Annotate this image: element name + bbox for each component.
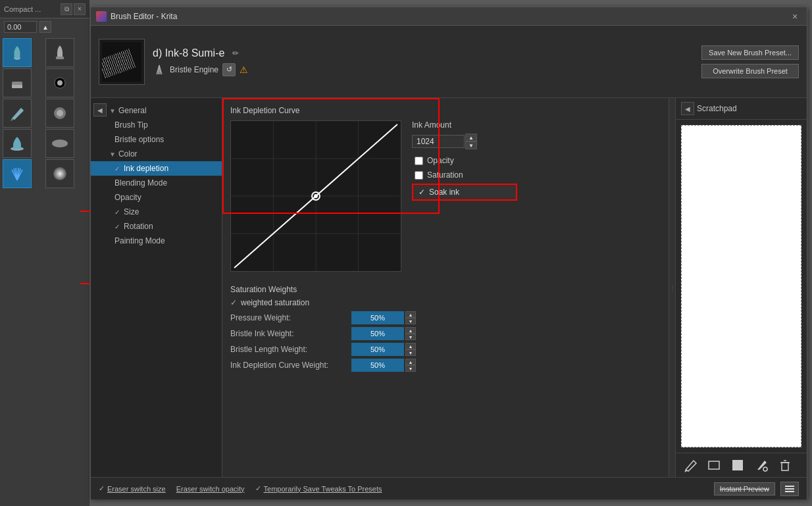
pen-tool-icon	[683, 458, 698, 472]
tool-btn-3[interactable]	[3, 68, 32, 97]
title-bar: Brush Editor - Krita ×	[91, 7, 807, 26]
scratchpad-canvas[interactable]	[681, 125, 801, 447]
sidebar-item-size[interactable]: ✓ Size	[91, 205, 222, 219]
bristle-ink-weight-slider[interactable]: 50%	[351, 327, 404, 340]
ink-depletion-check: ✓	[114, 165, 120, 172]
value-input[interactable]	[4, 21, 37, 33]
status-menu-button[interactable]	[780, 482, 799, 496]
left-tool-panel: Compact ... ⧉ × ▲	[0, 0, 90, 506]
opacity-checkbox[interactable]	[415, 157, 423, 165]
ink-amount-input[interactable]	[412, 135, 465, 148]
bristle-length-slider-container: 50% ▲ ▼	[351, 343, 416, 356]
rotation-check: ✓	[114, 223, 120, 230]
scratchpad-trash-button[interactable]	[776, 456, 794, 474]
weighted-sat-row: ✓ weighted saturation	[230, 298, 441, 307]
ink-amount-spinner: ▲ ▼	[465, 134, 477, 149]
tool-btn-7[interactable]	[3, 129, 32, 158]
bristle-ink-weight-label: Bristle Ink Weight:	[230, 329, 349, 338]
scratchpad-drag-handle[interactable]: ⋮	[669, 98, 675, 477]
close-compact-button[interactable]: ×	[74, 3, 86, 15]
pressure-weight-down[interactable]: ▼	[405, 318, 416, 324]
detach-button[interactable]: ⧉	[61, 3, 72, 15]
content-area: ◀ ▼ General Brush Tip Bristle options ▼ …	[91, 98, 807, 477]
bristle-length-weight-value: 50%	[370, 345, 385, 353]
window-close-button[interactable]: ×	[788, 10, 801, 23]
tool-btn-8[interactable]	[45, 129, 74, 158]
scratchpad-fill-button[interactable]	[752, 456, 771, 474]
scratchpad-tools	[676, 453, 807, 477]
sat-weights-title: Saturation Weights	[230, 285, 441, 294]
warning-icon: ⚠	[240, 64, 248, 75]
ink-depletion-curve-weight-slider[interactable]: 50%	[351, 359, 404, 372]
sidebar-item-painting-mode[interactable]: Painting Mode	[91, 234, 222, 248]
svg-rect-26	[709, 461, 719, 469]
tool-btn-9[interactable]	[3, 159, 32, 188]
saturation-checkbox[interactable]	[415, 171, 423, 180]
sidebar-item-brush-tip[interactable]: Brush Tip	[91, 118, 222, 132]
saturation-weights-section: Saturation Weights ✓ weighted saturation…	[230, 285, 441, 372]
bristle-length-weight-spinner: ▲ ▼	[405, 343, 416, 356]
bristle-length-weight-up[interactable]: ▲	[405, 343, 416, 349]
brush-tip-label: Brush Tip	[114, 120, 148, 130]
status-right: Instant Preview	[714, 482, 799, 496]
save-tweaks-link[interactable]: Temporarily Save Tweaks To Presets	[264, 485, 382, 493]
tool-btn-4[interactable]	[45, 68, 74, 97]
scratchpad-pen-button[interactable]	[681, 456, 699, 474]
ink-depletion-curve-weight-down[interactable]: ▼	[405, 365, 416, 372]
instant-preview-button[interactable]: Instant Preview	[714, 482, 775, 495]
ink-depletion-curve-slider-container: 50% ▲ ▼	[351, 359, 416, 372]
tool-btn-2[interactable]	[45, 38, 74, 67]
scratchpad-header: ◀ Scratchpad	[676, 98, 807, 120]
pressure-weight-label: Pressure Weight:	[230, 313, 349, 322]
eraser-size-link[interactable]: Eraser switch size	[107, 485, 166, 493]
save-new-preset-button[interactable]: Save New Brush Preset...	[701, 45, 799, 60]
sidebar-item-blending-mode[interactable]: Blending Mode	[91, 176, 222, 190]
overwrite-preset-button[interactable]: Overwrite Brush Preset	[701, 64, 799, 78]
sidebar-item-opacity[interactable]: Opacity	[91, 190, 222, 205]
svg-point-8	[57, 110, 63, 116]
scratchpad-rect-button[interactable]	[705, 456, 723, 474]
bristle-ink-weight-spinner: ▲ ▼	[405, 327, 416, 340]
save-tweaks-check: ✓	[255, 484, 261, 493]
header-area: d) Ink-8 Sumi-e ✏ Bristle Engine ↺ ⚠	[91, 26, 807, 98]
sidebar-item-rotation[interactable]: ✓ Rotation	[91, 219, 222, 234]
tool-btn-5[interactable]	[3, 99, 32, 128]
value-bar: ▲	[0, 18, 89, 36]
size-label: Size	[124, 207, 139, 216]
eraser-opacity-link[interactable]: Eraser switch opacity	[176, 485, 245, 493]
general-arrow-icon: ▼	[109, 107, 116, 114]
ink-amount-spinbox: ▲ ▼	[412, 134, 517, 149]
value-spin-up[interactable]: ▲	[39, 21, 51, 33]
ink-amount-up[interactable]: ▲	[465, 134, 477, 141]
ink-amount-down[interactable]: ▼	[465, 141, 477, 149]
round-brush-icon	[51, 104, 69, 122]
edit-name-button[interactable]: ✏	[230, 47, 241, 59]
pressure-weight-slider[interactable]: 50%	[351, 311, 404, 324]
bristle-ink-weight-up[interactable]: ▲	[405, 327, 416, 334]
tool-btn-6[interactable]	[45, 99, 74, 128]
scratchpad-collapse-button[interactable]: ◀	[681, 102, 694, 115]
tool-btn-10[interactable]	[45, 159, 74, 188]
soak-ink-label: Soak ink	[429, 188, 459, 197]
bristle-ink-weight-down[interactable]: ▼	[405, 334, 416, 340]
sidebar-item-ink-depletion[interactable]: ✓ Ink depletion	[91, 161, 222, 176]
bristle-ink-weight-row: Bristle Ink Weight: 50% ▲ ▼	[230, 327, 441, 340]
pressure-weight-up[interactable]: ▲	[405, 311, 416, 318]
sidebar-item-bristle-options[interactable]: Bristle options	[91, 132, 222, 147]
ink-depletion-curve-weight-up[interactable]: ▲	[405, 359, 416, 365]
refresh-engine-button[interactable]: ↺	[222, 63, 236, 76]
bristle-length-weight-slider[interactable]: 50%	[351, 343, 404, 356]
svg-rect-1	[56, 57, 64, 59]
pen-icon	[8, 104, 26, 122]
tool-btn-1[interactable]	[3, 38, 32, 67]
scratchpad-square-button[interactable]	[728, 456, 747, 474]
ink-depletion-curve[interactable]	[230, 120, 401, 272]
bristle-length-weight-down[interactable]: ▼	[405, 349, 416, 356]
brush-name: d) Ink-8 Sumi-e	[153, 47, 224, 59]
svg-rect-3	[12, 85, 22, 88]
rotation-label: Rotation	[124, 222, 153, 231]
eraser-size-check: ✓	[99, 484, 105, 493]
brush-preview	[99, 39, 145, 85]
sidebar-collapse-button[interactable]: ◀	[93, 103, 107, 116]
soak-ink-box: ✓ Soak ink	[412, 184, 517, 201]
